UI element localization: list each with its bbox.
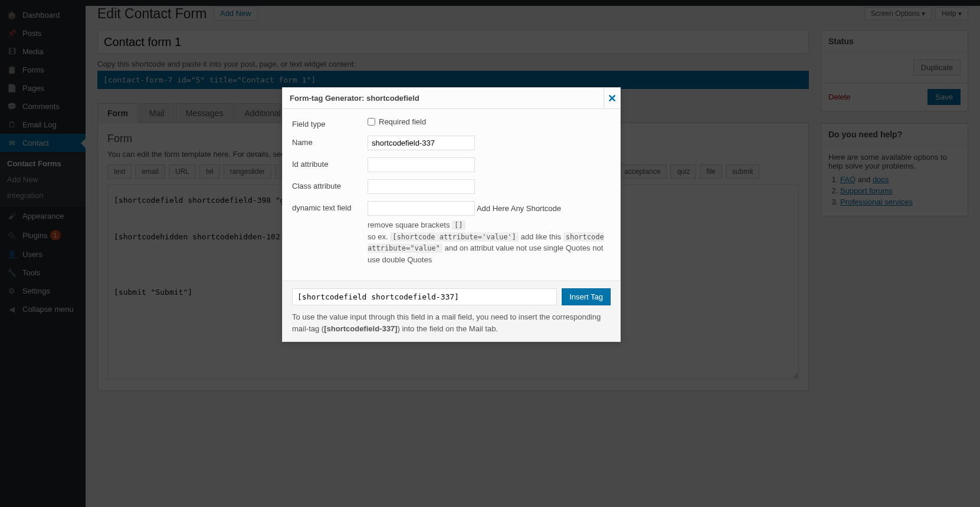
- class-attribute-input[interactable]: [368, 179, 475, 194]
- name-label: Name: [292, 136, 368, 147]
- name-input[interactable]: [368, 136, 475, 150]
- id-attribute-label: Id attribute: [292, 157, 368, 169]
- insert-tag-button[interactable]: Insert Tag: [562, 288, 611, 305]
- generated-tag-output[interactable]: [292, 288, 557, 305]
- dynamic-text-hint: Add Here Any Shortcode: [477, 204, 561, 213]
- close-icon: ✕: [608, 92, 617, 105]
- class-attribute-label: Class attribute: [292, 179, 368, 190]
- modal-close-button[interactable]: ✕: [604, 88, 620, 108]
- mail-tag-note: To use the value input through this fiel…: [292, 311, 611, 334]
- dynamic-text-label: dynamic text field: [292, 201, 368, 212]
- form-tag-generator-modal: Form-tag Generator: shortcodefield ✕ Fie…: [282, 87, 621, 342]
- dynamic-text-input[interactable]: [368, 201, 475, 216]
- required-checkbox[interactable]: [368, 118, 375, 126]
- dynamic-text-note: remove square brackets [] so ex. [shortc…: [368, 219, 611, 265]
- id-attribute-input[interactable]: [368, 157, 475, 172]
- field-type-label: Field type: [292, 117, 368, 129]
- modal-title: Form-tag Generator: shortcodefield: [283, 89, 427, 107]
- required-field-label[interactable]: Required field: [368, 117, 426, 126]
